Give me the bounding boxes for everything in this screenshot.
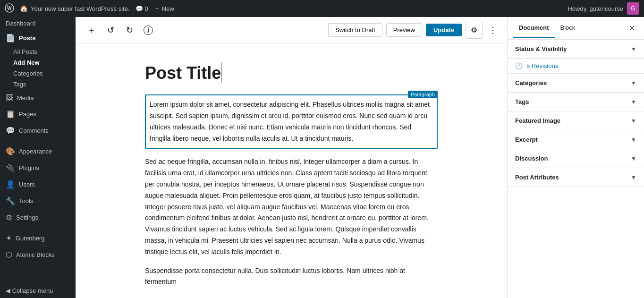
revisions-row[interactable]: 🕐 5 Revisions bbox=[508, 59, 644, 73]
sidebar-sub-tags[interactable]: Tags bbox=[0, 79, 76, 90]
sidebar-sub-all-posts[interactable]: All Posts bbox=[0, 46, 76, 57]
post-title-block[interactable]: Post Title bbox=[145, 62, 438, 83]
info-icon: i bbox=[144, 26, 153, 35]
gutenberg-icon: ✦ bbox=[6, 234, 12, 243]
sidebar-item-atomic-blocks[interactable]: ⬡ Atomic Blocks bbox=[0, 247, 76, 263]
users-icon: 👤 bbox=[6, 180, 15, 189]
sidebar-item-comments[interactable]: 💬 Comments bbox=[0, 122, 76, 139]
revisions-count[interactable]: 5 Revisions bbox=[526, 62, 558, 69]
tab-document[interactable]: Document bbox=[513, 18, 555, 38]
sidebar-item-pages[interactable]: 📋 Pages bbox=[0, 106, 76, 122]
sidebar-tools-label: Tools bbox=[19, 197, 33, 204]
avatar[interactable]: G bbox=[627, 2, 639, 15]
section-tags: Tags ▼ bbox=[508, 93, 644, 111]
info-button[interactable]: i bbox=[140, 22, 157, 39]
sidebar-settings-label: Settings bbox=[16, 214, 38, 221]
settings-panel-button[interactable]: ⚙ bbox=[466, 22, 483, 39]
sidebar-item-dashboard[interactable]: Dashboard bbox=[0, 17, 76, 30]
editor-toolbar: ＋ ↺ ↻ i Switch to Draft Preview Update ⚙… bbox=[76, 17, 507, 43]
add-block-button[interactable]: ＋ bbox=[83, 22, 100, 39]
section-status-visibility-header[interactable]: Status & Visibility ▼ bbox=[508, 40, 644, 58]
tags-label: Tags bbox=[515, 98, 529, 105]
section-categories: Categories ▼ bbox=[508, 74, 644, 93]
wp-logo-icon[interactable]: W bbox=[5, 3, 14, 14]
clock-icon: 🕐 bbox=[515, 62, 523, 69]
sidebar-item-media[interactable]: 🖼 Media bbox=[0, 90, 76, 106]
section-discussion-header[interactable]: Discussion ▼ bbox=[508, 149, 644, 168]
comments-link[interactable]: 💬 0 bbox=[136, 5, 148, 12]
new-label: New bbox=[162, 5, 174, 12]
sidebar-item-plugins[interactable]: 🔌 Plugins bbox=[0, 160, 76, 176]
update-button[interactable]: Update bbox=[426, 24, 462, 36]
panel-tabs: Document Block ✕ bbox=[508, 17, 644, 40]
atomic-blocks-icon: ⬡ bbox=[6, 250, 12, 259]
sidebar-sub-add-new[interactable]: Add New bbox=[0, 57, 76, 68]
sidebar-atomic-blocks-label: Atomic Blocks bbox=[16, 251, 55, 258]
sidebar-item-appearance[interactable]: 🎨 Appearance bbox=[0, 143, 76, 160]
post-attributes-label: Post Attributes bbox=[515, 174, 559, 181]
sidebar-plugins-label: Plugins bbox=[19, 164, 39, 171]
sidebar-posts-label: Posts bbox=[19, 34, 35, 42]
editor-content[interactable]: Post Title Paragraph Lorem ipsum dolor s… bbox=[76, 43, 507, 298]
section-post-attributes-header[interactable]: Post Attributes ▼ bbox=[508, 168, 644, 187]
close-panel-button[interactable]: ✕ bbox=[625, 22, 638, 35]
sidebar-item-tools[interactable]: 🔧 Tools bbox=[0, 193, 76, 209]
collapse-menu-button[interactable]: ◀ Collapse menu bbox=[0, 283, 76, 298]
cursor bbox=[221, 62, 221, 83]
panel-content: Status & Visibility ▼ 🕐 5 Revisions Cate… bbox=[508, 40, 644, 298]
sidebar-item-settings[interactable]: ⚙ Settings bbox=[0, 209, 76, 226]
posts-icon: 📄 bbox=[6, 34, 15, 43]
site-link[interactable]: 🏠 Your new super fast WordPress site. bbox=[20, 5, 130, 12]
sidebar-item-posts[interactable]: 📄 Posts bbox=[0, 30, 76, 46]
right-panel: Document Block ✕ Status & Visibility ▼ 🕐… bbox=[507, 17, 644, 298]
sidebar-media-label: Media bbox=[17, 94, 34, 102]
section-post-attributes: Post Attributes ▼ bbox=[508, 168, 644, 187]
sidebar-sub-categories[interactable]: Categories bbox=[0, 68, 76, 79]
sidebar-divider-1 bbox=[0, 141, 76, 141]
sidebar-comments-label: Comments bbox=[19, 127, 49, 134]
sidebar-appearance-label: Appearance bbox=[19, 148, 52, 155]
paragraph-text-2: Sed ac neque fringilla, accumsan nulla i… bbox=[145, 156, 438, 257]
admin-bar: W 🏠 Your new super fast WordPress site. … bbox=[0, 0, 644, 17]
redo-button[interactable]: ↻ bbox=[121, 22, 138, 39]
new-link[interactable]: ＋ New bbox=[154, 4, 174, 13]
switch-to-draft-button[interactable]: Switch to Draft bbox=[328, 23, 382, 37]
sidebar-item-gutenberg[interactable]: ✦ Gutenberg bbox=[0, 230, 76, 247]
excerpt-label: Excerpt bbox=[515, 136, 538, 143]
svg-text:W: W bbox=[7, 6, 12, 11]
section-revisions: 🕐 5 Revisions bbox=[508, 59, 644, 74]
editor-container: ＋ ↺ ↻ i Switch to Draft Preview Update ⚙… bbox=[76, 17, 507, 298]
sidebar-item-users[interactable]: 👤 Users bbox=[0, 176, 76, 193]
more-options-button[interactable]: ⋮ bbox=[486, 22, 500, 39]
preview-button[interactable]: Preview bbox=[386, 23, 422, 37]
paragraph-block-3[interactable]: Suspendisse porta consectetur nulla. Dui… bbox=[145, 265, 438, 288]
sidebar-pages-label: Pages bbox=[19, 111, 36, 118]
chevron-tags-icon: ▼ bbox=[631, 99, 636, 105]
sidebar-gutenberg-label: Gutenberg bbox=[16, 235, 44, 242]
comment-bubble-icon: 💬 bbox=[136, 5, 143, 12]
paragraph-block-1[interactable]: Paragraph Lorem ipsum dolor sit amet, co… bbox=[145, 94, 438, 149]
chevron-post-attributes-icon: ▼ bbox=[631, 174, 636, 181]
collapse-icon: ◀ bbox=[6, 287, 10, 294]
howdy-section: Howdy, gutencourse G bbox=[568, 2, 639, 15]
categories-label: Categories bbox=[515, 79, 547, 86]
post-title[interactable]: Post Title bbox=[145, 62, 438, 83]
site-name: Your new super fast WordPress site. bbox=[31, 5, 130, 12]
tools-icon: 🔧 bbox=[6, 196, 15, 205]
comment-count: 0 bbox=[145, 5, 148, 12]
paragraph-text-1: Lorem ipsum dolor sit amet, consectetur … bbox=[150, 99, 433, 144]
section-excerpt-header[interactable]: Excerpt ▼ bbox=[508, 130, 644, 149]
section-tags-header[interactable]: Tags ▼ bbox=[508, 93, 644, 111]
chevron-categories-icon: ▼ bbox=[631, 80, 636, 86]
editor-inner: Post Title Paragraph Lorem ipsum dolor s… bbox=[107, 62, 475, 288]
section-featured-image-header[interactable]: Featured Image ▼ bbox=[508, 111, 644, 130]
sidebar-divider-2 bbox=[0, 228, 76, 228]
featured-image-label: Featured Image bbox=[515, 117, 560, 124]
status-visibility-label: Status & Visibility bbox=[515, 45, 567, 52]
section-categories-header[interactable]: Categories ▼ bbox=[508, 74, 644, 92]
paragraph-block-2[interactable]: Sed ac neque fringilla, accumsan nulla i… bbox=[145, 156, 438, 257]
section-featured-image: Featured Image ▼ bbox=[508, 111, 644, 130]
tab-block[interactable]: Block bbox=[555, 18, 581, 38]
undo-button[interactable]: ↺ bbox=[102, 22, 119, 39]
comments-nav-icon: 💬 bbox=[6, 126, 15, 135]
